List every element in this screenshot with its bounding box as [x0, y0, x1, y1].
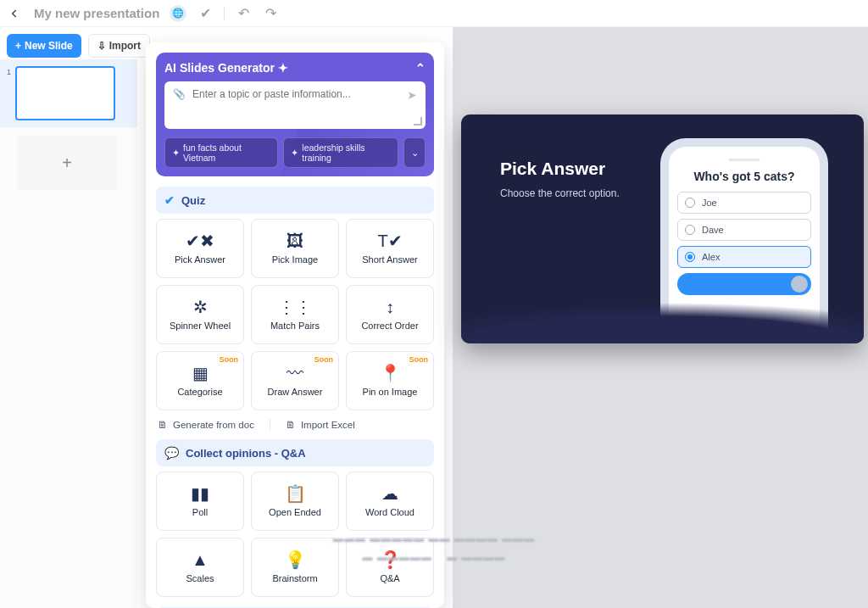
section-label: Quiz	[181, 194, 205, 207]
quiz-grid: ✔✖Pick Answer🖼Pick ImageT✔Short Answer✲S…	[156, 219, 434, 410]
sparkle-icon: ✦	[278, 61, 288, 75]
import-icon: ⇩	[97, 40, 106, 52]
slide-type-word-cloud[interactable]: ☁Word Cloud	[346, 471, 434, 531]
phone-notch	[729, 159, 760, 161]
section-quiz-head: ✔ Quiz	[156, 187, 434, 214]
slide-type-correct-order[interactable]: ↕Correct Order	[346, 285, 434, 344]
type-label: Scales	[186, 573, 214, 583]
saved-check-icon: ✔	[197, 5, 214, 22]
excel-icon: 🗎	[286, 420, 296, 430]
type-label: Open Ended	[269, 507, 321, 517]
type-icon: ▲	[192, 551, 209, 568]
undo-icon[interactable]: ↶	[235, 5, 252, 22]
import-excel[interactable]: 🗎Import Excel	[286, 419, 355, 431]
slide-type-poll[interactable]: ▮▮Poll	[156, 471, 244, 531]
type-label: Pick Image	[272, 254, 318, 265]
type-icon: 🖼	[287, 232, 303, 249]
slide-type-open-ended[interactable]: 📋Open Ended	[251, 471, 339, 531]
type-icon: ✲	[193, 298, 208, 315]
paperclip-icon[interactable]: 📎	[173, 88, 186, 100]
slide-type-pick-answer[interactable]: ✔✖Pick Answer	[156, 219, 244, 278]
slide-toolbar: + New Slide ⇩ Import	[7, 34, 150, 58]
slide-strip: 1	[0, 59, 137, 127]
submit-slider[interactable]	[677, 273, 811, 295]
radio-icon	[685, 225, 695, 235]
send-icon[interactable]: ➤	[407, 88, 417, 102]
slide-type-short-answer[interactable]: T✔Short Answer	[346, 219, 434, 278]
chevron-down-icon: ⌄	[411, 148, 419, 158]
type-label: Pick Answer	[175, 254, 225, 265]
import-label: Import	[109, 40, 141, 52]
type-label: Pin on Image	[363, 387, 418, 397]
soon-badge: Soon	[220, 355, 239, 364]
ai-chip-more[interactable]: ⌄	[403, 137, 426, 168]
blurred-footer-text: ▬ ▬▬▬▬▬ ▬ ▬▬▬▬	[362, 551, 505, 563]
slide-type-draw-answer[interactable]: Soon〰Draw Answer	[251, 351, 339, 410]
type-label: Draw Answer	[268, 387, 323, 397]
slide-type-categorise[interactable]: Soon▦Categorise	[156, 351, 244, 410]
type-label: Brainstorm	[272, 573, 317, 583]
globe-icon[interactable]: 🌐	[170, 5, 186, 22]
preview-title: Pick Answer	[500, 159, 620, 179]
type-icon: 〰	[287, 365, 303, 382]
slide-type-pick-image[interactable]: 🖼Pick Image	[251, 219, 339, 278]
type-icon: ↕	[386, 298, 394, 315]
slide-preview: Pick Answer Choose the correct option. W…	[461, 114, 864, 343]
slide-type-panel: AI Slides Generator ✦ ⌃ 📎 ➤ ✦fun facts a…	[146, 42, 444, 608]
topbar: My new presentation 🌐 ✔ ↶ ↷	[0, 0, 868, 27]
slide-type-scales[interactable]: ▲Scales	[156, 538, 244, 597]
type-icon: ✔✖	[186, 232, 214, 249]
ai-textbox[interactable]: 📎 ➤	[164, 81, 426, 129]
type-label: Word Cloud	[365, 507, 415, 517]
type-icon: ⋮⋮	[278, 298, 312, 315]
type-label: Categorise	[177, 387, 222, 397]
option-label: Dave	[702, 225, 724, 235]
separator	[224, 7, 225, 20]
sparkle-icon: ✦	[291, 148, 298, 158]
add-slide-card[interactable]: +	[17, 136, 117, 190]
new-slide-label: New Slide	[25, 40, 73, 52]
type-label: Spinner Wheel	[170, 321, 231, 331]
quiz-icon: ✔	[164, 193, 175, 207]
generate-from-doc[interactable]: 🗎Generate from doc	[158, 419, 254, 431]
resize-handle[interactable]	[414, 117, 422, 126]
type-label: Match Pairs	[270, 321, 320, 331]
ai-title: AI Slides Generator ✦	[164, 61, 288, 75]
slide-type-spinner-wheel[interactable]: ✲Spinner Wheel	[156, 285, 244, 344]
ai-chip[interactable]: ✦leadership skills training	[283, 137, 398, 168]
option-joe[interactable]: Joe	[677, 192, 811, 214]
type-icon: 📍	[380, 365, 401, 382]
slide-rail: 1 +	[0, 59, 137, 608]
ai-chip[interactable]: ✦fun facts about Vietnam	[164, 137, 278, 168]
slide-type-match-pairs[interactable]: ⋮⋮Match Pairs	[251, 285, 339, 344]
phone-frame: Who's got 5 cats? JoeDaveAlex	[669, 147, 820, 343]
section-label: Collect opinions - Q&A	[186, 447, 306, 460]
slide-type-q&a[interactable]: ❓Q&A	[346, 538, 434, 597]
option-label: Joe	[702, 198, 717, 208]
blurred-footer-text: ▬▬▬ ▬▬▬▬▬ ▬▬ ▬▬▬▬ ▬▬▬	[333, 533, 535, 544]
option-alex[interactable]: Alex	[677, 246, 811, 268]
import-button[interactable]: ⇩ Import	[88, 34, 150, 58]
option-label: Alex	[702, 252, 720, 262]
collapse-icon[interactable]: ⌃	[415, 61, 426, 75]
presentation-title[interactable]: My new presentation	[34, 6, 159, 20]
back-icon[interactable]	[8, 6, 24, 21]
type-label: Poll	[192, 507, 208, 517]
thumb-number: 1	[7, 66, 12, 120]
slide-type-pin-on-image[interactable]: Soon📍Pin on Image	[346, 351, 434, 410]
option-dave[interactable]: Dave	[677, 219, 811, 241]
generate-row: 🗎Generate from doc 🗎Import Excel	[158, 419, 432, 431]
type-icon: ▮▮	[191, 485, 209, 502]
ai-input[interactable]	[192, 88, 400, 100]
preview-question: Who's got 5 cats?	[677, 170, 811, 183]
type-icon: 💡	[285, 551, 306, 568]
type-label: Correct Order	[361, 321, 418, 331]
type-icon: T✔	[377, 232, 402, 249]
new-slide-button[interactable]: + New Slide	[7, 34, 81, 58]
slide-thumb-1[interactable]: 1	[7, 66, 131, 120]
slider-knob[interactable]	[791, 276, 808, 293]
redo-icon[interactable]: ↷	[262, 5, 279, 22]
slide-type-brainstorm[interactable]: 💡Brainstorm	[251, 538, 339, 597]
type-icon: 📋	[285, 485, 306, 502]
ai-generator-block: AI Slides Generator ✦ ⌃ 📎 ➤ ✦fun facts a…	[156, 53, 434, 176]
